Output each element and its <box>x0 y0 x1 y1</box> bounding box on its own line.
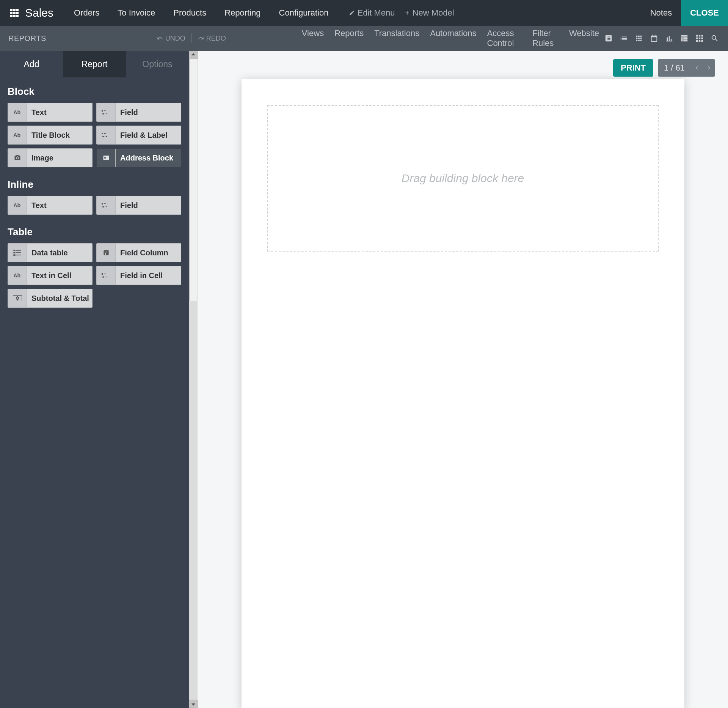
table-subtotal-label: Subtotal & Total <box>27 294 89 303</box>
section-inline-title: Inline <box>0 170 189 196</box>
text-icon: Ab <box>8 126 27 144</box>
table-textcell-label: Text in Cell <box>27 271 71 280</box>
subnav-translations[interactable]: Translations <box>369 28 425 48</box>
nav-products[interactable]: Products <box>164 8 215 18</box>
nav-reporting[interactable]: Reporting <box>215 8 270 18</box>
svg-rect-0 <box>10 9 13 11</box>
block-text[interactable]: Ab Text <box>8 103 93 122</box>
fieldcolumn-icon <box>97 244 116 262</box>
svg-rect-43 <box>17 296 18 297</box>
inline-text[interactable]: Ab Text <box>8 196 93 215</box>
list-view-icon[interactable] <box>620 34 628 42</box>
edit-menu-label: Edit Menu <box>357 8 395 18</box>
drop-zone[interactable]: Drag building block here <box>267 105 659 252</box>
table-data-table[interactable]: Data table <box>8 243 93 262</box>
app-title[interactable]: Sales <box>25 6 53 19</box>
subnav-website[interactable]: Website <box>564 28 604 48</box>
notes-link[interactable]: Notes <box>641 8 681 18</box>
svg-rect-7 <box>13 15 16 17</box>
field-icon <box>97 196 116 214</box>
inline-text-label: Text <box>27 201 47 210</box>
address-icon <box>97 149 116 167</box>
svg-text:Ab: Ab <box>13 272 20 278</box>
text-icon: Ab <box>8 266 27 285</box>
view-icons <box>604 34 728 42</box>
undo-button[interactable]: UNDO <box>152 35 190 42</box>
table-subtotal-total[interactable]: Subtotal & Total <box>8 289 93 308</box>
nav-configuration[interactable]: Configuration <box>270 8 338 18</box>
canvas-toolbar: PRINT 1 / 61 <box>613 59 715 77</box>
close-button[interactable]: CLOSE <box>681 0 728 26</box>
field-icon <box>97 126 116 144</box>
calendar-view-icon[interactable] <box>650 34 658 42</box>
pager: 1 / 61 <box>658 59 715 77</box>
svg-rect-9 <box>696 35 698 37</box>
scrollbar-down-icon <box>191 703 195 706</box>
svg-rect-16 <box>699 40 701 42</box>
block-grid: Ab Text Field Ab Title Block Field & Lab… <box>0 103 189 170</box>
svg-rect-15 <box>696 40 698 42</box>
svg-point-23 <box>102 136 104 137</box>
sidebar-wrapper: Add Report Options Block Ab Text Field A… <box>0 51 198 708</box>
svg-rect-44 <box>17 299 18 301</box>
undo-redo-group: UNDO REDO <box>152 33 236 43</box>
tab-report[interactable]: Report <box>63 51 126 77</box>
text-icon: Ab <box>8 196 27 214</box>
field-icon <box>97 103 116 121</box>
inline-field[interactable]: Field <box>96 196 181 215</box>
table-field-column[interactable]: Field Column <box>96 243 181 262</box>
subnav-filter-rules[interactable]: Filter Rules <box>527 28 564 48</box>
sidebar-scrollbar[interactable] <box>189 51 198 708</box>
edit-menu-action[interactable]: Edit Menu <box>349 8 395 18</box>
grid-view-icon[interactable] <box>695 34 704 42</box>
studio-actions: Edit Menu New Model <box>349 8 454 18</box>
subnav-access-control[interactable]: Access Control <box>482 28 527 48</box>
new-model-label: New Model <box>413 8 454 18</box>
block-title-label: Title Block <box>27 131 70 140</box>
print-button[interactable]: PRINT <box>613 59 653 77</box>
search-icon[interactable] <box>711 34 719 42</box>
block-field-label[interactable]: Field & Label <box>96 126 181 145</box>
redo-button[interactable]: REDO <box>193 35 231 42</box>
svg-rect-34 <box>104 250 108 255</box>
kanban-view-icon[interactable] <box>635 34 643 42</box>
block-title-block[interactable]: Ab Title Block <box>8 126 93 145</box>
svg-rect-30 <box>13 252 15 253</box>
image-icon <box>8 149 27 167</box>
block-field[interactable]: Field <box>96 103 181 122</box>
apps-icon[interactable] <box>7 8 22 17</box>
svg-rect-39 <box>102 273 103 275</box>
breadcrumb-reports[interactable]: REPORTS <box>0 34 46 43</box>
svg-rect-29 <box>16 250 20 251</box>
svg-rect-6 <box>10 15 13 17</box>
svg-rect-36 <box>105 253 106 255</box>
svg-rect-22 <box>102 133 103 134</box>
pager-next[interactable] <box>703 61 715 75</box>
block-image[interactable]: Image <box>8 148 93 167</box>
svg-rect-4 <box>13 12 16 14</box>
new-model-action[interactable]: New Model <box>404 8 454 18</box>
pivot-view-icon[interactable] <box>680 34 689 42</box>
scrollbar-thumb[interactable] <box>189 58 197 301</box>
graph-view-icon[interactable] <box>665 34 673 42</box>
tab-add[interactable]: Add <box>0 51 63 77</box>
table-text-in-cell[interactable]: Ab Text in Cell <box>8 266 93 285</box>
pager-prev[interactable] <box>691 61 703 75</box>
block-address[interactable]: Address Block <box>96 148 181 167</box>
svg-rect-26 <box>102 203 103 205</box>
nav-to-invoice[interactable]: To Invoice <box>108 8 164 18</box>
subnav-reports[interactable]: Reports <box>329 28 369 48</box>
svg-rect-17 <box>701 40 703 42</box>
svg-rect-37 <box>106 252 107 253</box>
subnav-automations[interactable]: Automations <box>425 28 482 48</box>
table-field-in-cell[interactable]: Field in Cell <box>96 266 181 285</box>
subnav-views[interactable]: Views <box>297 28 329 48</box>
tab-options[interactable]: Options <box>126 51 189 77</box>
nav-orders[interactable]: Orders <box>65 8 108 18</box>
form-view-icon[interactable] <box>604 34 613 42</box>
datatable-icon <box>8 244 27 262</box>
svg-rect-5 <box>16 12 19 14</box>
report-page[interactable]: Drag building block here <box>242 79 684 708</box>
svg-rect-33 <box>16 255 20 255</box>
svg-point-42 <box>16 297 19 299</box>
